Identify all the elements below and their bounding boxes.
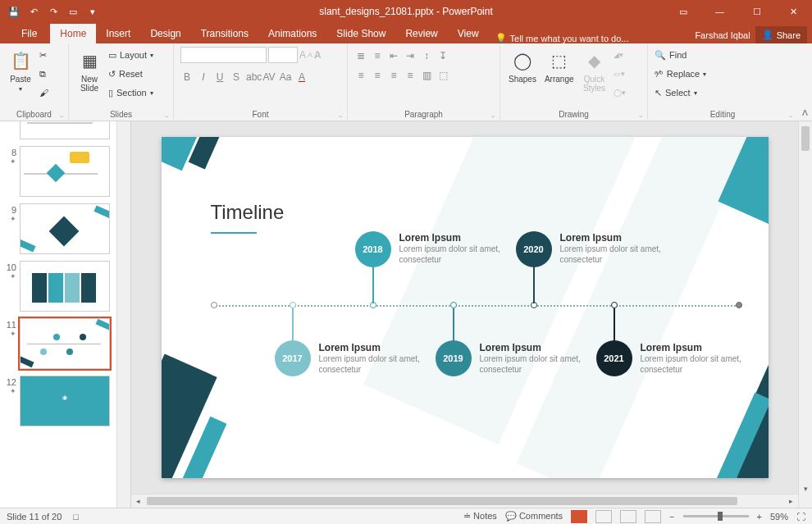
tab-insert[interactable]: Insert bbox=[96, 24, 140, 43]
shape-effects-button[interactable]: ◯▾ bbox=[614, 84, 626, 101]
animation-star-icon: ✦ bbox=[10, 215, 16, 223]
cut-button[interactable]: ✂ bbox=[39, 47, 48, 63]
tab-design[interactable]: Design bbox=[140, 24, 190, 43]
tab-review[interactable]: Review bbox=[395, 24, 447, 43]
minimize-button[interactable]: — bbox=[701, 0, 738, 23]
indent-decrease-button[interactable]: ⇤ bbox=[387, 50, 400, 62]
section-button[interactable]: ▯Section▾ bbox=[108, 84, 153, 101]
tell-me-search[interactable]: 💡 Tell me what you want to do... bbox=[495, 33, 629, 43]
new-slide-button[interactable]: ▦ New Slide bbox=[75, 47, 103, 94]
spacing-button[interactable]: AV bbox=[262, 71, 276, 83]
clear-format-icon[interactable]: A̷ bbox=[314, 49, 321, 61]
slideshow-view-button[interactable] bbox=[645, 510, 661, 523]
arrange-icon: ⬚ bbox=[547, 48, 572, 73]
start-from-beginning-icon[interactable]: ▭ bbox=[67, 6, 79, 17]
paste-dropdown-icon[interactable]: ▾ bbox=[19, 85, 22, 93]
font-color-button[interactable]: A bbox=[295, 71, 308, 83]
justify-button[interactable]: ≡ bbox=[404, 70, 417, 81]
layout-button[interactable]: ▭Layout▾ bbox=[108, 47, 153, 63]
underline-button[interactable]: U bbox=[213, 71, 226, 83]
ribbon-options-icon[interactable]: ▭ bbox=[664, 0, 701, 23]
slide-thumb-11[interactable] bbox=[20, 318, 110, 369]
select-button[interactable]: ↖Select▾ bbox=[655, 84, 706, 101]
slide-thumb-7[interactable] bbox=[20, 121, 110, 139]
tab-transitions[interactable]: Transitions bbox=[191, 24, 258, 43]
indent-increase-button[interactable]: ⇥ bbox=[404, 50, 417, 62]
tab-animations[interactable]: Animations bbox=[258, 24, 326, 43]
scroll-left-icon[interactable]: ◂ bbox=[131, 497, 145, 505]
qat-more-icon[interactable]: ▾ bbox=[87, 6, 98, 17]
font-name-combo[interactable] bbox=[180, 47, 267, 63]
scroll-down-icon[interactable]: ▾ bbox=[799, 485, 812, 493]
tab-view[interactable]: View bbox=[448, 24, 489, 43]
align-center-button[interactable]: ≡ bbox=[371, 70, 384, 81]
smartart-button[interactable]: ⬚ bbox=[436, 70, 449, 81]
tell-me-label: Tell me what you want to do... bbox=[510, 34, 629, 43]
tab-file[interactable]: File bbox=[8, 24, 50, 43]
shapes-button[interactable]: ◯Shapes bbox=[507, 47, 538, 85]
scroll-thumb-v[interactable] bbox=[801, 126, 810, 151]
reading-view-button[interactable] bbox=[620, 510, 636, 523]
save-icon[interactable]: 💾 bbox=[8, 6, 20, 17]
group-clipboard: 📋 Paste ▾ ✂ ⧉ 🖌 Clipboard bbox=[0, 43, 69, 121]
line-spacing-button[interactable]: ↕ bbox=[420, 50, 433, 62]
text-direction-button[interactable]: ↧ bbox=[436, 50, 449, 62]
zoom-slider[interactable] bbox=[683, 515, 749, 517]
zoom-in-button[interactable]: + bbox=[757, 512, 762, 522]
shape-outline-button[interactable]: ▭▾ bbox=[614, 66, 626, 82]
slide-thumb-9[interactable] bbox=[20, 203, 110, 254]
redo-icon[interactable]: ↷ bbox=[48, 6, 59, 17]
normal-view-button[interactable] bbox=[571, 510, 587, 523]
slide-indicator[interactable]: Slide 11 of 20 bbox=[7, 512, 62, 522]
tab-slideshow[interactable]: Slide Show bbox=[326, 24, 395, 43]
bold-button[interactable]: B bbox=[180, 71, 194, 83]
italic-button[interactable]: I bbox=[197, 71, 210, 83]
share-button[interactable]: 👤 Share bbox=[755, 26, 807, 43]
shrink-font-icon[interactable]: A bbox=[308, 51, 312, 59]
maximize-button[interactable]: ☐ bbox=[738, 0, 775, 23]
align-right-button[interactable]: ≡ bbox=[387, 70, 400, 81]
shadow-button[interactable]: abc bbox=[246, 71, 259, 83]
bullets-button[interactable]: ≣ bbox=[354, 50, 367, 62]
find-button[interactable]: 🔍Find bbox=[655, 47, 706, 63]
zoom-level[interactable]: 59% bbox=[770, 512, 788, 522]
undo-icon[interactable]: ↶ bbox=[28, 6, 39, 17]
group-slides: ▦ New Slide ▭Layout▾ ↺Reset ▯Section▾ Sl… bbox=[69, 43, 174, 121]
case-button[interactable]: Aa bbox=[279, 71, 292, 83]
slide-thumb-12[interactable]: ◉ bbox=[20, 376, 110, 426]
copy-button[interactable]: ⧉ bbox=[39, 66, 48, 82]
slide-canvas[interactable]: Timeline 2017 Lorem IpsumLorem ipsum dol… bbox=[131, 121, 798, 494]
columns-button[interactable]: ▥ bbox=[420, 70, 433, 81]
slide-content[interactable]: Timeline 2017 Lorem IpsumLorem ipsum dol… bbox=[162, 137, 769, 478]
arrange-button[interactable]: ⬚Arrange bbox=[543, 47, 576, 85]
sorter-view-button[interactable] bbox=[595, 510, 612, 523]
paste-label: Paste bbox=[10, 75, 31, 84]
user-name[interactable]: Farshad Iqbal bbox=[695, 30, 750, 40]
slide-thumb-10[interactable] bbox=[20, 261, 110, 312]
scroll-right-icon[interactable]: ▸ bbox=[784, 497, 798, 505]
paste-button[interactable]: 📋 Paste ▾ bbox=[7, 47, 34, 94]
align-left-button[interactable]: ≡ bbox=[354, 70, 367, 81]
fit-to-window-button[interactable]: ⛶ bbox=[796, 512, 805, 522]
scroll-thumb[interactable] bbox=[147, 497, 737, 505]
reset-button[interactable]: ↺Reset bbox=[108, 66, 153, 82]
grow-font-icon[interactable]: A bbox=[299, 49, 306, 61]
slide-thumb-8[interactable] bbox=[20, 146, 110, 197]
font-size-combo[interactable] bbox=[268, 47, 298, 63]
close-button[interactable]: ✕ bbox=[775, 0, 812, 23]
notes-button[interactable]: ≐ Notes bbox=[463, 511, 497, 522]
thumbnail-pane[interactable]: 8✦ 9✦ 10✦ 11✦ bbox=[0, 121, 131, 508]
zoom-out-button[interactable]: − bbox=[669, 512, 674, 522]
horizontal-scrollbar[interactable]: ◂ ▸ bbox=[131, 494, 798, 508]
collapse-ribbon-icon[interactable]: ᐱ bbox=[797, 43, 812, 121]
numbering-button[interactable]: ≡ bbox=[371, 50, 384, 62]
format-painter-button[interactable]: 🖌 bbox=[39, 84, 48, 101]
strike-button[interactable]: S bbox=[230, 71, 243, 83]
tab-home[interactable]: Home bbox=[50, 24, 96, 43]
vertical-scrollbar[interactable]: ▴ ▾ bbox=[798, 121, 812, 508]
spellcheck-icon[interactable]: □ bbox=[73, 512, 79, 522]
replace-button[interactable]: ᵃ⁄ᵇReplace▾ bbox=[655, 66, 706, 82]
shape-fill-button[interactable]: ◢▾ bbox=[614, 47, 626, 63]
comments-button[interactable]: 💬 Comments bbox=[505, 511, 563, 522]
quick-styles-button[interactable]: ◆Quick Styles bbox=[581, 47, 609, 94]
